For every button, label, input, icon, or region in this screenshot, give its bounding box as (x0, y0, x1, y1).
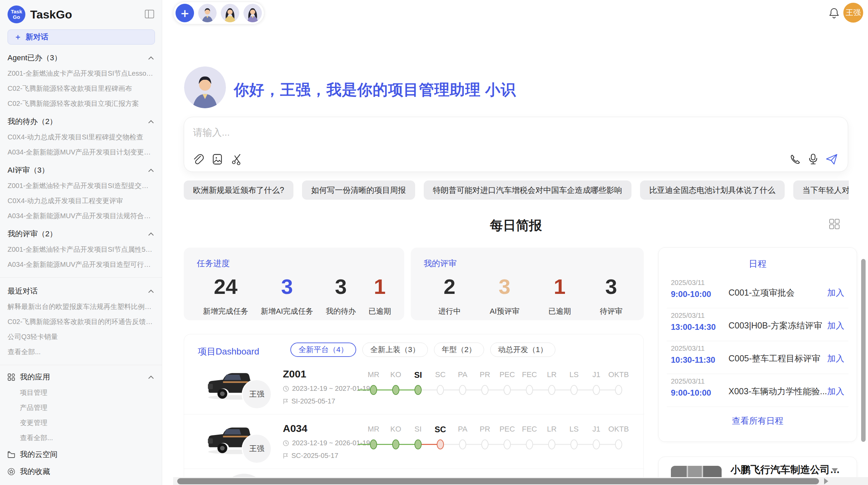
dashboard-tab[interactable]: 全新平台（4） (290, 343, 356, 357)
milestone-dot[interactable] (414, 385, 422, 395)
add-session-button[interactable]: ＋ (176, 4, 194, 22)
new-chat-button[interactable]: ＋ 新对话 (8, 29, 155, 45)
logo-text-bottom: Go (13, 14, 20, 20)
stat-row: 24新增完成任务3新增AI完成任务3我的待办1已逾期 (197, 274, 397, 316)
phone-icon[interactable] (789, 153, 801, 165)
milestone-dot[interactable] (437, 439, 444, 449)
sidebar-item-my-apps[interactable]: 我的应用 (8, 372, 155, 382)
milestone-dot[interactable] (593, 439, 600, 449)
assistant-avatar-3[interactable] (243, 4, 262, 22)
vertical-scrollbar[interactable] (861, 259, 866, 442)
stat-card-title: 我的评审 (424, 258, 637, 269)
app-logo: Task Go (8, 5, 25, 23)
sidebar-item-cloud-space[interactable]: 我的云空间 (8, 449, 155, 460)
layout-grid-icon[interactable] (829, 219, 840, 231)
assistant-avatar-1[interactable] (198, 4, 217, 22)
sidebar-task-item[interactable]: C02-飞腾新能源轻客改款项目立项汇报方案 (8, 99, 155, 108)
sidebar-collapse-icon[interactable] (145, 10, 154, 20)
milestone-dot[interactable] (392, 439, 399, 449)
scissors-icon[interactable] (231, 153, 243, 165)
milestone-dot[interactable] (504, 385, 511, 395)
milestone-dot[interactable] (548, 385, 555, 395)
recent-chat-item[interactable]: 查看全部... (8, 347, 155, 357)
dashboard-tab[interactable]: 年型（2） (434, 343, 484, 357)
app-item[interactable]: 项目管理 (20, 388, 155, 397)
milestone-dot[interactable] (481, 439, 489, 449)
milestone-dot[interactable] (437, 385, 444, 395)
milestone-dot[interactable] (414, 439, 422, 449)
notification-bell-icon[interactable] (829, 8, 839, 21)
sidebar-task-item[interactable]: A034-全新新能源MUV产品开发项目计划变更表编写 (8, 148, 155, 157)
milestone-dot[interactable] (526, 439, 533, 449)
sidebar-task-item[interactable]: C0X4-动力总成开发项目SI里程碑提交物检查 (8, 133, 155, 142)
join-button[interactable]: 加入 (827, 386, 844, 397)
recent-chats-header[interactable]: 最近对话 (8, 286, 155, 296)
attachment-icon[interactable] (192, 153, 204, 165)
app-item[interactable]: 产品管理 (20, 403, 155, 412)
sidebar-group-header[interactable]: 我的评审（2） (8, 229, 155, 239)
sidebar-group-header[interactable]: 我的待办（2） (8, 116, 155, 127)
project-row[interactable]: 王强Z0012023-12-19 ~ 2027-01-19SI-2025-05-… (184, 360, 644, 414)
suggestion-chip[interactable]: 欧洲新规最近颁布了什么? (184, 181, 293, 200)
schedule-card: 日程 2025/03/119:00-10:00C001-立项审批会加入2025/… (658, 247, 857, 442)
milestone-dot[interactable] (615, 439, 622, 449)
sidebar-group: AI评审（3）Z001-全新燃油轻卡产品开发项目SI造型提交物评审C0X4-动力… (8, 165, 155, 221)
milestone-dot[interactable] (526, 385, 533, 395)
send-icon[interactable] (825, 153, 838, 165)
recent-chat-item[interactable]: 公司Q3轻卡销量 (8, 332, 155, 341)
milestone-dot[interactable] (370, 385, 377, 395)
dashboard-tab[interactable]: 全新上装（3） (362, 343, 427, 357)
horizontal-scrollbar[interactable] (177, 478, 819, 484)
milestone-dot[interactable] (570, 439, 578, 449)
milestone-dot[interactable] (370, 439, 377, 449)
milestone-dot[interactable] (504, 439, 511, 449)
milestone-labels: MRKOSISCPAPRPECFECLRLSJ1OKTB (362, 370, 633, 380)
sidebar-item-favorites[interactable]: 我的收藏 (8, 467, 155, 477)
chevron-up-icon (148, 56, 154, 62)
sidebar-task-item[interactable]: Z001-全新燃油轻卡产品开发项目SI节点属性5D文件评审 (8, 245, 155, 254)
join-button[interactable]: 加入 (827, 353, 844, 364)
input-toolbar-right (789, 153, 838, 165)
assistant-avatar-2[interactable] (221, 4, 239, 22)
suggestion-chip[interactable]: 当下年轻人对汽车外观有怎样的喜好趋势 (793, 181, 849, 200)
milestone-dot[interactable] (548, 439, 555, 449)
scroll-down-arrow[interactable] (832, 468, 838, 472)
milestone-dot[interactable] (481, 385, 489, 395)
dashboard-tab[interactable]: 动总开发（1） (490, 343, 555, 357)
milestone-dot[interactable] (615, 385, 622, 395)
app-item[interactable]: 查看全部... (20, 433, 155, 443)
user-avatar[interactable]: 王强 (843, 3, 863, 23)
sidebar-task-item[interactable]: A034-全新新能源MUV产品开发项目造型可行性评审 (8, 260, 155, 269)
sidebar-task-item[interactable]: Z001-全新燃油皮卡产品开发项目SI节点Lesson Learn报告 (8, 69, 155, 78)
sidebar-task-item[interactable]: Z001-全新燃油轻卡产品开发项目SI造型提交物评审 (8, 181, 155, 190)
milestone-dot[interactable] (593, 385, 600, 395)
milestone-dot[interactable] (459, 439, 466, 449)
milestone-dot[interactable] (459, 385, 466, 395)
suggestion-chip[interactable]: 比亚迪全固态电池计划具体说了什么 (640, 181, 785, 200)
view-all-schedule-link[interactable]: 查看所有日程 (659, 415, 857, 426)
recent-chat-item[interactable]: 解释最新出台的欧盟报废车法规再生塑料比例被调至15%... (8, 302, 155, 311)
project-row[interactable]: 王强A0342023-12-19 ~ 2026-01-19SC-2025-05-… (184, 414, 644, 469)
milestone-dot[interactable] (570, 385, 578, 395)
project-flag-text: SC-2025-05-17 (291, 452, 338, 460)
chat-input[interactable] (193, 126, 837, 151)
project-dates-text: 2023-12-19 ~ 2027-01-19 (292, 385, 370, 393)
join-button[interactable]: 加入 (827, 320, 844, 331)
mic-icon[interactable] (808, 153, 818, 165)
suggestion-chip[interactable]: 如何写一份清晰的项目周报 (302, 181, 415, 200)
chevron-up-icon (148, 120, 154, 125)
dashboard-title: 项目Dashboard (198, 346, 259, 358)
sidebar-task-item[interactable]: A034-全新新能源MUV产品开发项目法规符合性评审 (8, 211, 155, 221)
schedule-time: 13:00-14:30 (671, 322, 728, 332)
sidebar-task-item[interactable]: C02-飞腾新能源轻客改款项目里程碑画布 (8, 84, 155, 93)
sidebar-group-header[interactable]: AI评审（3） (8, 165, 155, 175)
join-button[interactable]: 加入 (827, 287, 844, 298)
app-item[interactable]: 变更管理 (20, 418, 155, 427)
recent-chat-item[interactable]: C02-飞腾新能源轻客改款项目的闭环通告反馈情况 (8, 317, 155, 326)
sidebar-task-item[interactable]: C0X4-动力总成开发项目工程变更评审 (8, 196, 155, 206)
scroll-right-arrow[interactable] (824, 478, 828, 484)
sidebar-group-header[interactable]: Agent已办（3） (8, 53, 155, 63)
milestone-dot[interactable] (392, 385, 399, 395)
suggestion-chip[interactable]: 特朗普可能对进口汽车增税会对中国车企造成哪些影响 (424, 181, 631, 200)
image-icon[interactable] (212, 153, 223, 165)
